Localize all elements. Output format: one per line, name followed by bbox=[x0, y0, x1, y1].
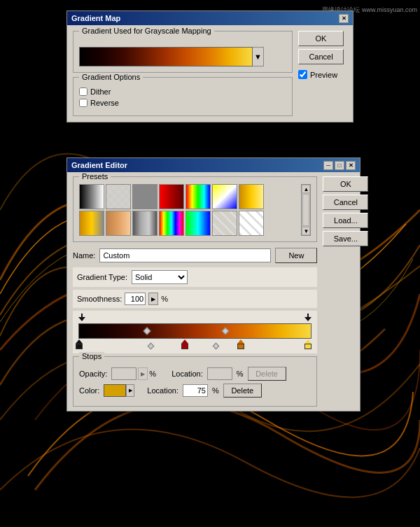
preview-checkbox[interactable] bbox=[298, 70, 307, 79]
preset-swatch-4[interactable] bbox=[159, 184, 184, 209]
gradient-type-select[interactable]: Solid Noise bbox=[132, 270, 188, 284]
preview-label: Preview bbox=[310, 71, 337, 79]
name-row: Name: New bbox=[73, 248, 317, 263]
minimize-button-editor[interactable]: ─ bbox=[323, 161, 333, 170]
gradient-map-title: Gradient Map bbox=[71, 14, 120, 22]
color-swatch-button[interactable] bbox=[104, 384, 126, 397]
gradient-options-group: Gradient Options Dither Reverse bbox=[73, 77, 293, 116]
stops-group: Stops Opacity: ▶ % Location: % Delete bbox=[73, 356, 317, 407]
gradient-dropdown-button[interactable]: ▼ bbox=[253, 47, 264, 66]
ok-button-gradient-map[interactable]: OK bbox=[298, 31, 344, 46]
name-input[interactable] bbox=[99, 248, 271, 262]
opacity-label: Opacity: bbox=[79, 370, 107, 378]
preset-swatch-9[interactable] bbox=[106, 211, 131, 236]
scroll-thumb bbox=[302, 194, 309, 226]
color-arrow-button[interactable]: ▶ bbox=[126, 384, 134, 397]
gradient-options-label: Gradient Options bbox=[79, 73, 143, 81]
color-markers-row bbox=[78, 339, 312, 352]
preset-swatch-3[interactable] bbox=[132, 184, 158, 209]
opacity-pct: % bbox=[149, 370, 156, 378]
scroll-up-arrow[interactable]: ▲ bbox=[302, 185, 310, 193]
opacity-stepper: ▶ bbox=[138, 367, 148, 380]
cancel-button-gradient-map[interactable]: Cancel bbox=[298, 49, 344, 64]
reverse-label: Reverse bbox=[90, 99, 119, 107]
name-label: Name: bbox=[73, 251, 95, 260]
color-label: Color: bbox=[79, 386, 99, 395]
preset-swatch-8[interactable] bbox=[79, 211, 104, 236]
dither-row: Dither bbox=[79, 87, 286, 96]
stops-label: Stops bbox=[79, 352, 104, 360]
color-stop-right[interactable] bbox=[304, 339, 312, 349]
color-stop-black[interactable] bbox=[76, 339, 83, 349]
reverse-checkbox[interactable] bbox=[79, 99, 88, 107]
preset-swatch-12[interactable] bbox=[186, 211, 211, 236]
gradient-used-group: Gradient Used for Grayscale Mapping ▼ bbox=[73, 31, 293, 73]
smoothness-unit: % bbox=[161, 295, 168, 303]
gradient-type-row: Gradient Type: Solid Noise bbox=[73, 267, 317, 287]
preset-swatch-7[interactable] bbox=[239, 184, 264, 209]
preview-row: Preview bbox=[298, 70, 347, 79]
preset-swatch-6[interactable] bbox=[212, 184, 237, 209]
color-location-label: Location: bbox=[147, 386, 178, 395]
reverse-row: Reverse bbox=[79, 99, 286, 107]
save-button-editor[interactable]: Save... bbox=[323, 231, 368, 246]
color-stop-orange[interactable] bbox=[237, 339, 244, 349]
presets-grid bbox=[79, 184, 301, 236]
preset-swatch-2[interactable] bbox=[106, 184, 131, 209]
grayscale-gradient-preview[interactable] bbox=[79, 47, 253, 66]
dither-label: Dither bbox=[90, 87, 111, 96]
gradient-editor-window: Gradient Editor ─ □ ✕ Presets bbox=[66, 157, 360, 412]
mid-diamond-2[interactable] bbox=[213, 343, 220, 350]
diamond-marker-2[interactable] bbox=[222, 327, 230, 335]
mid-diamond-1[interactable] bbox=[148, 343, 155, 350]
diamond-marker-1[interactable] bbox=[143, 327, 150, 335]
preset-swatch-5[interactable] bbox=[186, 184, 211, 209]
smoothness-stepper[interactable]: ▶ bbox=[148, 293, 158, 305]
maximize-button-editor[interactable]: □ bbox=[335, 161, 344, 170]
cancel-button-editor[interactable]: Cancel bbox=[323, 195, 368, 210]
scroll-down-arrow[interactable]: ▼ bbox=[302, 227, 310, 235]
gradient-map-window: Gradient Map ✕ Gradient Used for Graysca… bbox=[66, 10, 354, 122]
presets-group: Presets bbox=[73, 176, 317, 242]
new-button[interactable]: New bbox=[275, 248, 317, 263]
color-stop-red[interactable] bbox=[181, 339, 188, 349]
color-delete-button[interactable]: Delete bbox=[223, 384, 262, 398]
close-button-gradient-map[interactable]: ✕ bbox=[339, 14, 349, 23]
opacity-delete-button: Delete bbox=[248, 367, 286, 381]
preset-swatch-13[interactable] bbox=[212, 211, 237, 236]
preset-swatch-11[interactable] bbox=[159, 211, 184, 236]
opacity-stop-row: Opacity: ▶ % Location: % Delete bbox=[79, 367, 311, 381]
gradient-editor-title: Gradient Editor bbox=[71, 161, 127, 169]
gradient-map-titlebar: Gradient Map ✕ bbox=[67, 11, 353, 25]
smoothness-input[interactable] bbox=[125, 293, 146, 305]
smoothness-label: Smoothness: bbox=[77, 295, 122, 303]
color-location-input[interactable] bbox=[183, 384, 208, 397]
load-button-editor[interactable]: Load... bbox=[323, 213, 368, 228]
presets-scrollbar[interactable]: ▲ ▼ bbox=[301, 184, 311, 236]
gradient-editor-bar[interactable] bbox=[78, 323, 312, 339]
preset-swatch-14[interactable] bbox=[239, 211, 264, 236]
opacity-marker-left[interactable] bbox=[78, 314, 85, 321]
preset-swatch-10[interactable] bbox=[132, 211, 158, 236]
presets-label: Presets bbox=[79, 172, 111, 181]
opacity-value-input bbox=[111, 367, 136, 380]
color-pct: % bbox=[212, 386, 219, 395]
dither-checkbox[interactable] bbox=[79, 87, 88, 96]
type-label: Gradient Type: bbox=[77, 273, 127, 281]
opacity-markers-row bbox=[78, 314, 312, 323]
color-stop-row: Color: ▶ Location: % Delete bbox=[79, 384, 311, 398]
opacity-marker-right[interactable] bbox=[304, 314, 312, 321]
opacity-loc-pct: % bbox=[237, 370, 244, 378]
editor-right-buttons: OK Cancel Load... Save... bbox=[323, 176, 368, 407]
opacity-location-label: Location: bbox=[172, 370, 203, 378]
smoothness-row: Smoothness: ▶ % bbox=[73, 290, 317, 308]
close-button-editor[interactable]: ✕ bbox=[346, 161, 356, 170]
opacity-location-input bbox=[207, 367, 232, 380]
gradient-strip-section bbox=[73, 311, 317, 353]
gradient-used-label: Gradient Used for Grayscale Mapping bbox=[79, 27, 214, 35]
preset-swatch-1[interactable] bbox=[79, 184, 104, 209]
ok-button-editor[interactable]: OK bbox=[323, 176, 368, 192]
gradient-editor-titlebar: Gradient Editor ─ □ ✕ bbox=[67, 158, 360, 172]
